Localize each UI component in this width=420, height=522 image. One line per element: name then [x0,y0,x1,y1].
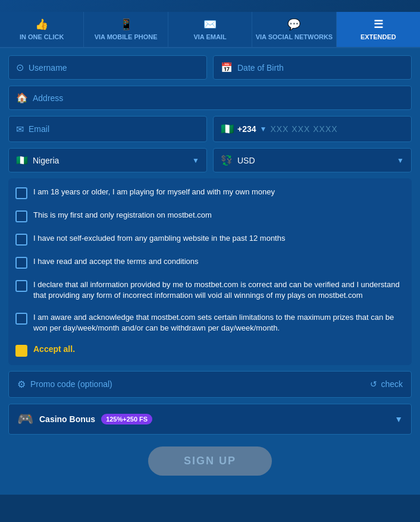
flag-icon: 🇳🇬 [221,122,234,136]
currency-select[interactable]: 💱 USD ▼ [213,148,412,172]
phone-field[interactable]: 🇳🇬 +234 ▼ [213,116,412,142]
checkbox-2[interactable] [15,210,27,222]
accept-all-label[interactable]: Accept all. [33,344,75,354]
dob-input[interactable] [237,63,404,73]
bonus-label: Casino Bonus [39,414,95,424]
checkbox-label-4: I have read and accept the terms and con… [33,256,199,267]
accept-all-item: Accept all. [15,344,405,357]
checkbox-6[interactable] [15,313,27,325]
address-row: 🏠 [8,86,412,110]
tab-extended[interactable]: ☰ EXTENDED [337,12,420,47]
signup-button-container: SIGN UP [8,446,412,488]
list-icon: ☰ [374,18,383,31]
checkbox-1[interactable] [15,187,27,199]
checkboxes-area: I am 18 years or older, I am playing for… [8,178,412,365]
checkbox-item-3: I have not self-excluded from any gambli… [15,233,405,246]
username-field[interactable]: ⊙ [8,55,207,80]
bonus-badge: 125%+250 FS [101,414,152,424]
home-icon: 🏠 [16,92,28,103]
currency-label: USD [237,156,392,165]
currency-chevron-icon: ▼ [397,156,404,165]
mobile-icon: 📱 [120,18,133,31]
thumbs-up-icon: 👍 [35,18,48,31]
email-icon: ✉️ [203,18,217,31]
bonus-icon: 🎮 [17,411,33,427]
chat-icon: 💬 [287,18,300,31]
check-label: check [381,379,403,389]
checkbox-3[interactable] [15,234,27,246]
checkbox-label-3: I have not self-excluded from any gambli… [33,233,285,244]
checkbox-item-6: I am aware and acknowledge that mostbet.… [15,312,405,334]
address-input[interactable] [33,93,404,103]
country-select[interactable]: 🇳🇬 Nigeria ▼ [8,148,207,172]
address-field[interactable]: 🏠 [8,86,412,110]
checkbox-item-5: I declare that all information provided … [15,279,405,301]
checkbox-item-2: This is my first and only registration o… [15,210,405,222]
tab-via-mobile[interactable]: 📱 VIA MOBILE PHONE [84,12,168,47]
username-dob-row: ⊙ 📅 [8,55,412,80]
tab-via-social[interactable]: 💬 VIA SOCIAL NETWORKS [252,12,336,47]
email-phone-row: ✉ 🇳🇬 +234 ▼ [8,116,412,142]
email-input[interactable] [29,124,199,134]
tab-in-one-click[interactable]: 👍 IN ONE CLICK [0,12,84,47]
bonus-chevron-icon: ▼ [394,414,403,424]
checkbox-label-6: I am aware and acknowledge that mostbet.… [33,312,405,334]
check-refresh-icon: ↺ [370,379,377,389]
checkbox-4[interactable] [15,257,27,269]
username-input[interactable] [29,63,199,73]
promo-gear-icon: ⚙ [17,379,26,390]
tab-via-email[interactable]: ✉️ VIA EMAIL [168,12,252,47]
checkbox-label-2: This is my first and only registration o… [33,210,212,221]
accept-all-checkbox[interactable] [15,345,27,357]
tab-via-email-label: VIA EMAIL [193,33,226,41]
phone-code: +234 [237,124,256,134]
user-icon: ⊙ [16,62,24,73]
calendar-icon: 📅 [221,62,233,73]
promo-check-container: ↺ check [370,379,403,389]
country-chevron-icon: ▼ [192,156,199,165]
email-field[interactable]: ✉ [8,116,207,142]
envelope-icon: ✉ [16,124,24,135]
tab-via-mobile-label: VIA MOBILE PHONE [95,33,158,41]
tab-in-one-click-label: IN ONE CLICK [20,33,64,41]
country-label: Nigeria [33,156,187,165]
checkbox-5[interactable] [15,280,27,292]
promo-code-row[interactable]: ⚙ Promo code (optional) ↺ check [8,371,412,398]
dob-field[interactable]: 📅 [213,55,412,80]
registration-form: ⊙ 📅 🏠 ✉ 🇳🇬 +234 ▼ 🇳🇬 Nigeria [0,48,420,495]
tab-extended-label: EXTENDED [361,33,396,41]
country-flag-icon: 🇳🇬 [16,155,28,166]
currency-icon: 💱 [221,155,233,166]
phone-chevron-icon[interactable]: ▼ [260,125,267,133]
phone-input[interactable] [270,124,404,134]
checkbox-item-4: I have read and accept the terms and con… [15,256,405,269]
promo-code-label[interactable]: Promo code (optional) [30,379,365,389]
checkbox-label-5: I declare that all information provided … [33,279,405,301]
tab-via-social-label: VIA SOCIAL NETWORKS [256,33,333,41]
casino-bonus-row[interactable]: 🎮 Casino Bonus 125%+250 FS ▼ [8,404,412,435]
checkbox-label-1: I am 18 years or older, I am playing for… [33,187,275,197]
checkbox-item-1: I am 18 years or older, I am playing for… [15,187,405,199]
tab-bar: 👍 IN ONE CLICK 📱 VIA MOBILE PHONE ✉️ VIA… [0,12,420,48]
country-currency-row: 🇳🇬 Nigeria ▼ 💱 USD ▼ [8,148,412,172]
signup-button[interactable]: SIGN UP [148,446,272,476]
